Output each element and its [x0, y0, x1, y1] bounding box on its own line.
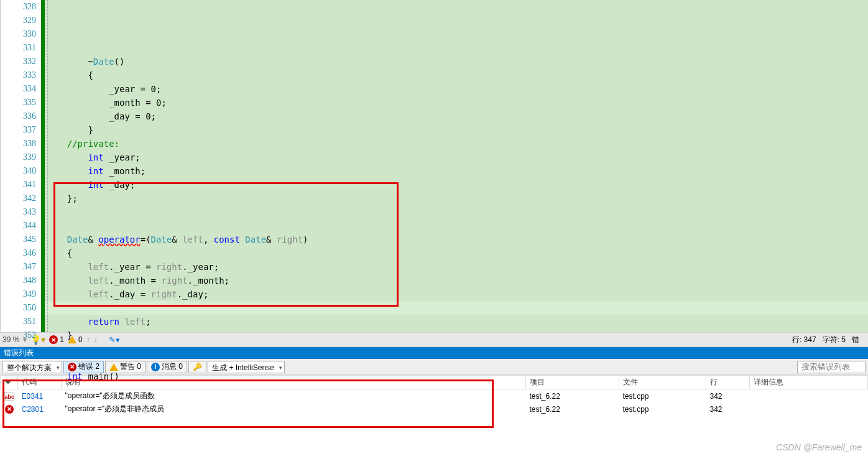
line-number: 336	[9, 109, 36, 123]
code-line[interactable]	[45, 219, 868, 233]
line-number: 341	[9, 178, 36, 192]
error-file: test.cpp	[619, 389, 706, 403]
line-number: 329	[9, 14, 36, 27]
watermark: CSDN @Farewell_me	[776, 442, 862, 452]
code-line[interactable]: left._month = right._month;	[45, 274, 868, 287]
line-number: 334	[9, 82, 36, 96]
col-icon[interactable]: ⏷	[1, 376, 18, 389]
line-number: 348	[9, 274, 36, 287]
funnel-icon: ⏷	[4, 378, 12, 387]
error-line: 342	[706, 402, 750, 416]
code-line[interactable]: int main()	[45, 370, 868, 383]
code-line[interactable]: {	[45, 68, 868, 82]
line-number: 340	[9, 164, 36, 178]
line-number: 346	[9, 246, 36, 260]
error-desc: "operator="必须是成员函数	[62, 389, 526, 403]
code-line[interactable]: //private:	[45, 137, 868, 151]
outline-margin	[0, 0, 9, 332]
line-number: 337	[9, 123, 36, 137]
intellisense-icon: abc	[4, 392, 14, 401]
code-line[interactable]: left._day = right._day;	[45, 287, 868, 301]
error-icon: ✕	[5, 405, 14, 414]
line-number: 330	[9, 27, 36, 41]
scope-dropdown[interactable]: 整个解决方案	[2, 361, 62, 373]
code-line[interactable]	[45, 41, 868, 55]
code-line[interactable]: _day = 0;	[45, 109, 868, 123]
line-number-gutter: 3283293303313323333343353363373383393403…	[9, 0, 41, 332]
code-line[interactable]: Date& operator=(Date& left, const Date& …	[45, 233, 868, 246]
build-intellisense-dropdown[interactable]: 生成 + IntelliSense	[208, 361, 285, 373]
line-number: 339	[9, 151, 36, 164]
error-code[interactable]: E0341	[18, 389, 62, 403]
line-number: 351	[9, 315, 36, 328]
error-project: test_6.22	[526, 402, 619, 416]
code-line[interactable]: ~Date()	[45, 55, 868, 68]
code-line[interactable]: }	[45, 123, 868, 137]
code-line[interactable]: _month = 0;	[45, 96, 868, 109]
code-line[interactable]: left._year = right._year;	[45, 260, 868, 274]
error-desc: "operator ="必须是非静态成员	[62, 402, 526, 416]
code-line[interactable]: }	[45, 328, 868, 342]
code-line[interactable]	[45, 342, 868, 356]
code-line[interactable]: int _year;	[45, 151, 868, 164]
code-line[interactable]: };	[45, 192, 868, 205]
code-editor[interactable]: 3283293303313323333343353363373383393403…	[0, 0, 868, 332]
line-number: 331	[9, 41, 36, 55]
line-number: 347	[9, 260, 36, 274]
error-code[interactable]: C2801	[18, 402, 62, 416]
code-line[interactable]: int _day;	[45, 178, 868, 192]
code-line[interactable]: _year = 0;	[45, 82, 868, 96]
line-number: 328	[9, 0, 36, 14]
line-number: 335	[9, 96, 36, 109]
line-number: 332	[9, 55, 36, 68]
line-number: 343	[9, 205, 36, 219]
error-detail	[750, 402, 868, 416]
line-number: 333	[9, 68, 36, 82]
code-line[interactable]: {	[45, 246, 868, 260]
line-number: 349	[9, 287, 36, 301]
code-line[interactable]	[45, 301, 868, 315]
table-row[interactable]: abcE0341"operator="必须是成员函数test_6.22test.…	[1, 389, 868, 403]
line-number: 345	[9, 233, 36, 246]
line-number: 344	[9, 219, 36, 233]
line-number: 352	[9, 328, 36, 342]
line-number: 338	[9, 137, 36, 151]
error-detail	[750, 389, 868, 403]
line-number: 350	[9, 301, 36, 315]
code-line[interactable]	[45, 205, 868, 219]
error-line: 342	[706, 389, 750, 403]
code-area[interactable]: ~Date() { _year = 0; _month = 0; _day = …	[45, 0, 868, 332]
code-line[interactable]: int _month;	[45, 164, 868, 178]
code-line[interactable]: return left;	[45, 315, 868, 328]
table-row[interactable]: ✕C2801"operator ="必须是非静态成员test_6.22test.…	[1, 402, 868, 416]
error-file: test.cpp	[619, 402, 706, 416]
code-line[interactable]	[45, 356, 868, 370]
error-project: test_6.22	[526, 389, 619, 403]
line-number: 342	[9, 192, 36, 205]
